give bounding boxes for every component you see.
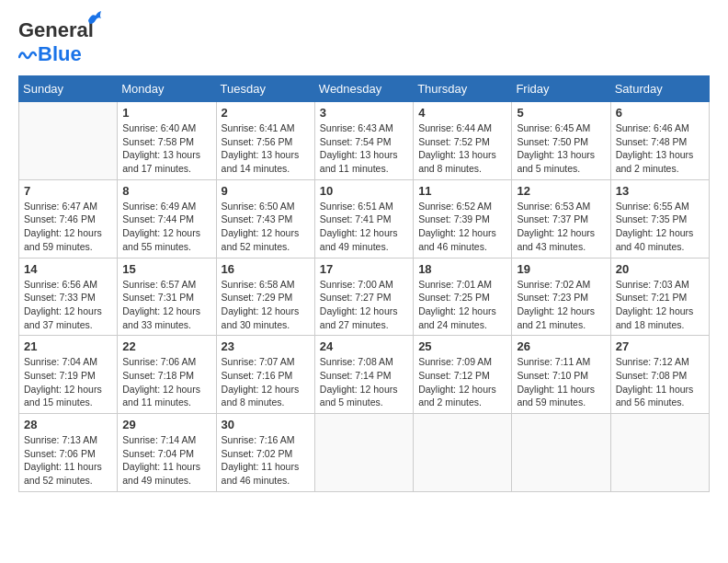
day-info: Sunrise: 7:11 AM Sunset: 7:10 PM Dayligh… <box>517 355 605 409</box>
day-info: Sunrise: 7:09 AM Sunset: 7:12 PM Dayligh… <box>418 355 506 409</box>
day-number: 25 <box>418 339 506 353</box>
weekday-header-wednesday: Wednesday <box>314 76 413 102</box>
day-number: 18 <box>418 262 506 276</box>
weekday-header-sunday: Sunday <box>19 76 118 102</box>
calendar-cell: 27Sunrise: 7:12 AM Sunset: 7:08 PM Dayli… <box>610 336 709 414</box>
day-number: 11 <box>418 184 506 198</box>
day-info: Sunrise: 7:07 AM Sunset: 7:16 PM Dayligh… <box>222 355 310 409</box>
day-number: 12 <box>517 184 605 198</box>
calendar-cell: 16Sunrise: 6:58 AM Sunset: 7:29 PM Dayli… <box>216 258 314 336</box>
day-info: Sunrise: 6:44 AM Sunset: 7:52 PM Dayligh… <box>418 121 506 176</box>
calendar-week-row: 28Sunrise: 7:13 AM Sunset: 7:06 PM Dayli… <box>19 414 710 492</box>
day-info: Sunrise: 6:52 AM Sunset: 7:39 PM Dayligh… <box>418 200 506 254</box>
day-number: 3 <box>320 106 408 120</box>
calendar-cell: 23Sunrise: 7:07 AM Sunset: 7:16 PM Dayli… <box>216 336 314 414</box>
calendar-cell: 20Sunrise: 7:03 AM Sunset: 7:21 PM Dayli… <box>610 258 709 336</box>
day-info: Sunrise: 7:01 AM Sunset: 7:25 PM Dayligh… <box>418 278 506 332</box>
calendar-week-row: 7Sunrise: 6:47 AM Sunset: 7:46 PM Daylig… <box>19 179 710 258</box>
day-number: 26 <box>517 339 605 353</box>
day-number: 15 <box>122 262 210 276</box>
day-info: Sunrise: 7:06 AM Sunset: 7:18 PM Dayligh… <box>122 355 210 409</box>
day-info: Sunrise: 6:47 AM Sunset: 7:46 PM Dayligh… <box>24 200 112 254</box>
day-info: Sunrise: 7:13 AM Sunset: 7:06 PM Dayligh… <box>24 433 112 488</box>
day-info: Sunrise: 6:56 AM Sunset: 7:33 PM Dayligh… <box>24 278 112 332</box>
day-number: 13 <box>616 184 704 198</box>
calendar-cell: 15Sunrise: 6:57 AM Sunset: 7:31 PM Dayli… <box>118 258 216 336</box>
calendar-week-row: 1Sunrise: 6:40 AM Sunset: 7:58 PM Daylig… <box>19 102 710 180</box>
day-info: Sunrise: 6:43 AM Sunset: 7:54 PM Dayligh… <box>320 121 408 176</box>
calendar-week-row: 14Sunrise: 6:56 AM Sunset: 7:33 PM Dayli… <box>19 258 710 336</box>
day-number: 19 <box>517 262 605 276</box>
calendar-cell: 17Sunrise: 7:00 AM Sunset: 7:27 PM Dayli… <box>314 258 413 336</box>
calendar-cell: 9Sunrise: 6:50 AM Sunset: 7:43 PM Daylig… <box>216 179 314 258</box>
weekday-header-saturday: Saturday <box>610 76 709 102</box>
logo-blue-label: Blue <box>38 42 82 66</box>
day-info: Sunrise: 6:57 AM Sunset: 7:31 PM Dayligh… <box>122 278 210 332</box>
day-info: Sunrise: 6:49 AM Sunset: 7:44 PM Dayligh… <box>122 200 210 254</box>
day-number: 1 <box>122 106 210 120</box>
calendar-cell: 6Sunrise: 6:46 AM Sunset: 7:48 PM Daylig… <box>610 102 709 180</box>
weekday-header-thursday: Thursday <box>414 76 512 102</box>
day-number: 27 <box>616 339 704 353</box>
day-number: 5 <box>517 106 605 120</box>
day-info: Sunrise: 7:16 AM Sunset: 7:02 PM Dayligh… <box>222 433 310 488</box>
calendar-cell: 28Sunrise: 7:13 AM Sunset: 7:06 PM Dayli… <box>19 414 118 492</box>
day-number: 16 <box>222 262 310 276</box>
day-info: Sunrise: 6:53 AM Sunset: 7:37 PM Dayligh… <box>517 200 605 254</box>
day-number: 28 <box>24 418 112 431</box>
logo-wave-icon <box>18 48 37 61</box>
calendar-cell: 25Sunrise: 7:09 AM Sunset: 7:12 PM Dayli… <box>414 336 512 414</box>
calendar-cell: 26Sunrise: 7:11 AM Sunset: 7:10 PM Dayli… <box>512 336 610 414</box>
calendar-cell: 21Sunrise: 7:04 AM Sunset: 7:19 PM Dayli… <box>19 336 118 414</box>
day-info: Sunrise: 6:46 AM Sunset: 7:48 PM Dayligh… <box>616 121 704 176</box>
logo-bird-icon <box>85 11 105 28</box>
day-info: Sunrise: 6:51 AM Sunset: 7:41 PM Dayligh… <box>320 200 408 254</box>
day-info: Sunrise: 7:08 AM Sunset: 7:14 PM Dayligh… <box>320 355 408 409</box>
calendar-cell: 10Sunrise: 6:51 AM Sunset: 7:41 PM Dayli… <box>314 179 413 258</box>
day-info: Sunrise: 6:58 AM Sunset: 7:29 PM Dayligh… <box>222 278 310 332</box>
day-number: 14 <box>24 262 112 276</box>
day-info: Sunrise: 7:14 AM Sunset: 7:04 PM Dayligh… <box>122 433 210 488</box>
logo-general-text: General <box>18 18 94 41</box>
calendar-cell: 29Sunrise: 7:14 AM Sunset: 7:04 PM Dayli… <box>118 414 216 492</box>
day-number: 22 <box>122 339 210 353</box>
calendar-cell <box>19 102 118 180</box>
day-info: Sunrise: 6:50 AM Sunset: 7:43 PM Dayligh… <box>222 200 310 254</box>
calendar-cell: 22Sunrise: 7:06 AM Sunset: 7:18 PM Dayli… <box>118 336 216 414</box>
day-number: 4 <box>418 106 506 120</box>
calendar-cell: 13Sunrise: 6:55 AM Sunset: 7:35 PM Dayli… <box>610 179 709 258</box>
day-number: 23 <box>222 339 310 353</box>
day-info: Sunrise: 6:45 AM Sunset: 7:50 PM Dayligh… <box>517 121 605 176</box>
calendar-header-row: SundayMondayTuesdayWednesdayThursdayFrid… <box>19 76 710 102</box>
day-info: Sunrise: 6:41 AM Sunset: 7:56 PM Dayligh… <box>222 121 310 176</box>
day-number: 10 <box>320 184 408 198</box>
day-info: Sunrise: 7:00 AM Sunset: 7:27 PM Dayligh… <box>320 278 408 332</box>
weekday-header-monday: Monday <box>118 76 216 102</box>
day-number: 7 <box>24 184 112 198</box>
page-header: General Blue <box>18 18 710 66</box>
day-number: 20 <box>616 262 704 276</box>
day-info: Sunrise: 7:04 AM Sunset: 7:19 PM Dayligh… <box>24 355 112 409</box>
day-number: 8 <box>122 184 210 198</box>
calendar-cell: 3Sunrise: 6:43 AM Sunset: 7:54 PM Daylig… <box>314 102 413 180</box>
day-info: Sunrise: 6:55 AM Sunset: 7:35 PM Dayligh… <box>616 200 704 254</box>
day-number: 9 <box>222 184 310 198</box>
weekday-header-friday: Friday <box>512 76 610 102</box>
calendar-cell: 24Sunrise: 7:08 AM Sunset: 7:14 PM Dayli… <box>314 336 413 414</box>
day-number: 17 <box>320 262 408 276</box>
calendar-cell: 12Sunrise: 6:53 AM Sunset: 7:37 PM Dayli… <box>512 179 610 258</box>
calendar-cell: 2Sunrise: 6:41 AM Sunset: 7:56 PM Daylig… <box>216 102 314 180</box>
calendar-cell <box>610 414 709 492</box>
day-number: 2 <box>222 106 310 120</box>
day-number: 24 <box>320 339 408 353</box>
calendar-cell: 7Sunrise: 6:47 AM Sunset: 7:46 PM Daylig… <box>19 179 118 258</box>
calendar-cell <box>512 414 610 492</box>
calendar-cell: 1Sunrise: 6:40 AM Sunset: 7:58 PM Daylig… <box>118 102 216 180</box>
day-info: Sunrise: 6:40 AM Sunset: 7:58 PM Dayligh… <box>122 121 210 176</box>
day-number: 21 <box>24 339 112 353</box>
day-number: 29 <box>122 418 210 431</box>
calendar-cell: 30Sunrise: 7:16 AM Sunset: 7:02 PM Dayli… <box>216 414 314 492</box>
day-number: 6 <box>616 106 704 120</box>
calendar-cell: 19Sunrise: 7:02 AM Sunset: 7:23 PM Dayli… <box>512 258 610 336</box>
calendar-cell <box>414 414 512 492</box>
